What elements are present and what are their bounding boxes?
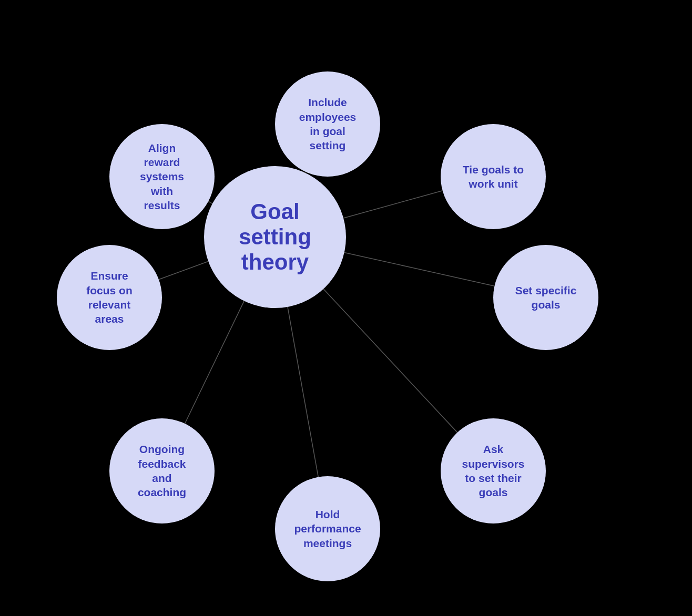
satellite-node-include: Includeemployeesin goalsetting <box>275 71 380 177</box>
svg-line-1 <box>343 191 443 218</box>
satellite-node-ensure-focus: Ensurefocus onrelevantareas <box>57 245 162 350</box>
svg-line-4 <box>288 307 318 477</box>
satellite-node-ongoing-feedback: Ongoingfeedbackandcoaching <box>109 418 215 523</box>
satellite-label-include: Includeemployeesin goalsetting <box>294 90 362 158</box>
svg-line-6 <box>159 261 208 279</box>
satellite-node-set-specific: Set specificgoals <box>493 245 598 350</box>
satellite-node-ask-supervisors: Asksupervisorsto set theirgoals <box>441 418 546 523</box>
diagram-container: Goalsettingtheory Includeemployeesin goa… <box>57 19 635 597</box>
center-node: Goalsettingtheory <box>204 166 346 308</box>
satellite-label-tie-goals: Tie goals towork unit <box>457 157 529 197</box>
satellite-label-align-reward: Alignrewardsystemswithresults <box>135 136 189 218</box>
satellite-label-hold-performance: Holdperformancemeetings <box>289 502 366 556</box>
center-label: Goalsettingtheory <box>239 199 311 275</box>
svg-line-5 <box>185 301 245 424</box>
satellite-label-ongoing-feedback: Ongoingfeedbackandcoaching <box>133 437 191 505</box>
satellite-node-align-reward: Alignrewardsystemswithresults <box>109 124 215 229</box>
svg-line-3 <box>323 289 457 433</box>
satellite-label-set-specific: Set specificgoals <box>510 278 582 317</box>
svg-line-2 <box>344 252 495 286</box>
satellite-label-ensure-focus: Ensurefocus onrelevantareas <box>81 263 138 331</box>
satellite-label-ask-supervisors: Asksupervisorsto set theirgoals <box>456 437 530 505</box>
satellite-node-tie-goals: Tie goals towork unit <box>441 124 546 229</box>
satellite-node-hold-performance: Holdperformancemeetings <box>275 476 380 581</box>
